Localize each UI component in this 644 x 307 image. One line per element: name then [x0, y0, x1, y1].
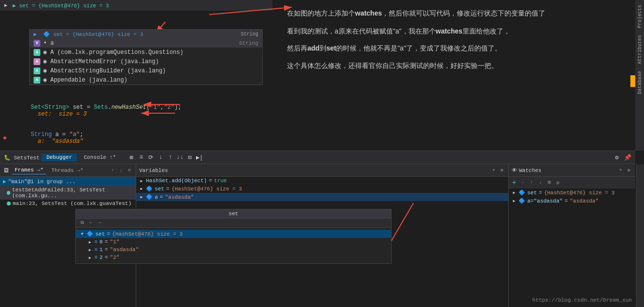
tooltip-icon-2: ≡	[94, 255, 98, 260]
tooltip-icon-back[interactable]: ←	[88, 220, 94, 226]
side-tab-database[interactable]: Database	[636, 68, 644, 97]
debug-toolbar-icons: ⊞ ≡ ⟳ ↓ ↑ ↓↓ ⊡ ▶|	[127, 154, 203, 161]
tooltip-title: set	[76, 209, 391, 219]
autocomplete-item-abstract-sb[interactable]: A ◉ AbstractStringBuilder (java.lang)	[30, 66, 262, 75]
var-row-a[interactable]: ▶ 🔷 a = "asdasda"	[136, 193, 508, 201]
threads-tab[interactable]: Threads →*	[48, 167, 86, 174]
watch-down-icon[interactable]: ↓	[537, 179, 544, 186]
item-label-appendable: ◉ Appendable (java.lang)	[43, 76, 258, 84]
watch-row-set[interactable]: ▶ 🔷 set = {HashSet@476} size = 3	[509, 188, 635, 197]
tooltip-row-2[interactable]: ▶ ≡ 2 = "2"	[76, 254, 391, 261]
var-row-hashset-add[interactable]: ▶ HashSet.add(Object) = true	[136, 177, 508, 185]
watch-copy-icon[interactable]: ⧉	[546, 179, 553, 186]
line-content-2: String a = "a"; a: "asdasda"	[10, 124, 270, 152]
watch-expand-1[interactable]: ▶	[512, 190, 517, 195]
watch-up-icon[interactable]: ↑	[528, 179, 535, 186]
frame-text-2: main:23, SetsTest (com.lxk.guavaTest)	[13, 201, 131, 206]
tooltip-eq-0: =	[105, 239, 108, 245]
line-content-1: Set<String> set = Sets.newHashSet("1","2…	[10, 97, 270, 124]
thread-icon: ▶	[3, 178, 6, 185]
var-name-3: a	[155, 194, 158, 200]
tooltip-icon-forward[interactable]: →	[96, 220, 103, 226]
frames-tab[interactable]: Frames →*	[12, 166, 46, 174]
autocomplete-header: ▶ 🔷 set = {HashSet@476} size = 3 String	[30, 30, 262, 39]
debug-icon-add-watch[interactable]: ▶|	[196, 154, 203, 161]
debug-icon-step-out[interactable]: ↑	[166, 154, 174, 161]
watch-add-icon[interactable]: +	[511, 179, 518, 186]
tooltip-row-set[interactable]: ▼ 🔷 set = {HashSet@476} size = 3	[76, 230, 391, 238]
orange-indicator	[630, 75, 635, 87]
frame-row-2[interactable]: main:23, SetsTest (com.lxk.guavaTest)	[0, 200, 136, 207]
tooltip-icon-set: 🔷	[87, 231, 93, 237]
scrollbar-right[interactable]	[636, 164, 644, 307]
debug-icon-2[interactable]: ≡	[137, 154, 145, 161]
toolbar-expand-btn[interactable]: ▶	[2, 1, 10, 9]
watch-expand-2[interactable]: ▶	[512, 199, 517, 204]
autocomplete-item-appendable[interactable]: A ◉ Appendable (java.lang)	[30, 75, 262, 85]
tooltip-expand-1[interactable]: ▶	[88, 247, 92, 252]
debug-icon-step-over[interactable]: ⟳	[147, 154, 155, 161]
var-expand-3[interactable]: ▶	[139, 195, 144, 200]
tooltip-val-1: "asdasda"	[110, 247, 139, 253]
debug-settings-icon[interactable]: ⚙	[613, 154, 621, 161]
autocomplete-item-abstract-method[interactable]: A ◉ AbstractMethodError (java.lang)	[30, 57, 262, 66]
autocomplete-item-a[interactable]: V • a String	[30, 39, 262, 48]
watches-settings-btn[interactable]: ⚙	[626, 167, 632, 174]
vars-settings-btn[interactable]: ⚙	[499, 167, 505, 174]
watches-icon: 👁	[512, 167, 517, 173]
watches-header: 👁 Watches + ⚙	[509, 164, 635, 177]
watch-toolbar: + − ↑ ↓ ⧉ ⊡	[509, 177, 635, 188]
tooltip-expand-2[interactable]: ▶	[88, 255, 92, 260]
watches-controls: + ⚙	[617, 167, 632, 174]
watch-name-2: a="asdasda"	[527, 198, 563, 204]
tooltip-popup: set ⧉ ← → ▼ 🔷 set = {HashSet@476} size =…	[75, 209, 392, 264]
watches-add-btn[interactable]: +	[617, 167, 624, 174]
frames-filter-btn[interactable]: ▽	[126, 167, 133, 174]
tooltip-eq-2: =	[105, 255, 108, 260]
debug-tab-console[interactable]: Console ↑*	[79, 154, 121, 161]
var-row-set[interactable]: ▶ 🔷 set = {HashSet@476} size = 3	[136, 185, 508, 193]
debug-icon-run-cursor[interactable]: ↓↓	[176, 154, 184, 161]
side-tab-attributes[interactable]: Attributes	[636, 32, 644, 67]
tooltip-row-1[interactable]: ▶ ≡ 1 = "asdasda"	[76, 246, 391, 254]
tooltip-expand-0[interactable]: ▶	[88, 239, 92, 244]
autocomplete-popup: ▶ 🔷 set = {HashSet@476} size = 3 String …	[29, 29, 263, 85]
tooltip-val-set: {HashSet@476} size = 3	[112, 231, 182, 237]
watch-remove-icon[interactable]: −	[519, 179, 526, 186]
var-val-1: true	[214, 178, 227, 184]
tooltip-icon-copy[interactable]: ⧉	[79, 220, 86, 226]
tooltip-val-0: "1"	[110, 239, 120, 245]
vars-add-btn[interactable]: +	[490, 167, 497, 174]
var-expand-1[interactable]: ▶	[139, 178, 144, 183]
debug-set-value: ▶ set = {HashSet@476} size = 3	[13, 2, 109, 9]
thread-row-main[interactable]: ▶ "main"@1 in group ...	[0, 177, 136, 186]
debug-bar-title: 🐛 SetsTest	[4, 154, 39, 161]
item-label-abstract-method: ◉ AbstractMethodError (java.lang)	[43, 58, 258, 65]
watch-eval-icon[interactable]: ⊡	[555, 179, 561, 186]
frames-controls: ↑ ↓ ▽	[109, 167, 133, 174]
var-val-2: {HashSet@476} size = 3	[171, 186, 242, 192]
debug-icon-1[interactable]: ⊞	[127, 154, 135, 161]
item-icon-class: A	[34, 68, 40, 74]
debug-icon-step-into[interactable]: ↓	[157, 154, 164, 161]
error-indicator: ●	[0, 134, 10, 142]
watch-eq-2: =	[565, 198, 568, 204]
watch-val-2: "asdasda"	[570, 198, 598, 204]
tooltip-row-0[interactable]: ▶ ≡ 0 = "1"	[76, 238, 391, 246]
annotation-line1: 在如图的地方上添加个watches，然后你就可以写代码，修改运行状态下的变量的值…	[287, 7, 608, 19]
tooltip-expand-set[interactable]: ▼	[80, 232, 85, 237]
item-label-A: ◉ A (com.lxk.programQuestions.Questions)	[43, 49, 258, 56]
watch-row-a[interactable]: ▶ 🔷 a="asdasda" = "asdasda"	[509, 197, 635, 205]
frame-row-1[interactable]: testSetAddFailed:33, SetsTest (com.lxk.g…	[0, 186, 136, 200]
var-expand-2[interactable]: ▶	[139, 187, 144, 191]
frames-down-btn[interactable]: ↓	[118, 167, 125, 174]
tooltip-icon-0: ≡	[94, 239, 98, 245]
tooltip-eq-set: =	[107, 231, 110, 237]
debug-pin-icon[interactable]: 📌	[624, 154, 631, 161]
debug-tab-debugger[interactable]: Debugger	[41, 154, 77, 161]
item-type-string: String	[239, 40, 258, 46]
side-tab-projects[interactable]: Projects	[636, 2, 644, 31]
debug-icon-eval[interactable]: ⊡	[186, 154, 194, 161]
autocomplete-item-A[interactable]: A ◉ A (com.lxk.programQuestions.Question…	[30, 48, 262, 57]
frames-up-btn[interactable]: ↑	[109, 167, 116, 174]
